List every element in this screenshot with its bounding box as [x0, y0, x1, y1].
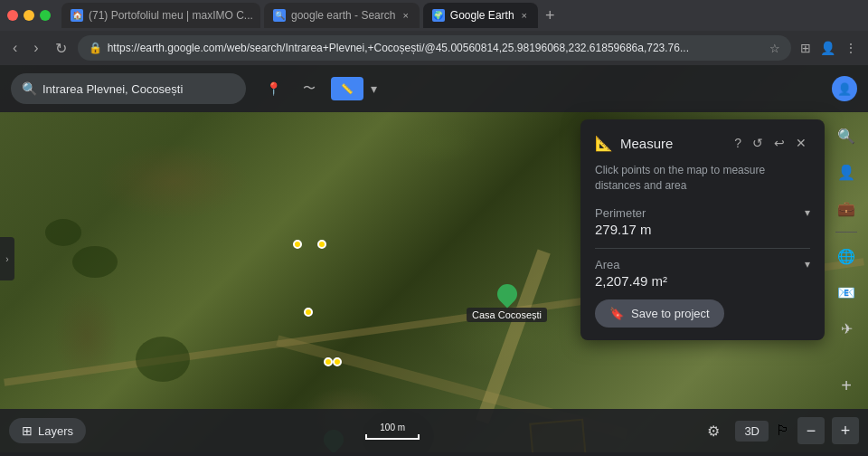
lock-icon: 🔒 — [89, 42, 102, 54]
earth-search-bar[interactable]: 🔍 Intrarea Plevnei, Cocosești — [11, 73, 246, 104]
measure-divider — [595, 248, 810, 249]
sidebar-divider-1 — [835, 232, 857, 233]
avatar-icon: 👤 — [837, 82, 852, 96]
scale-label: 100 m — [380, 423, 405, 432]
close-window-btn[interactable] — [7, 10, 18, 21]
measure-point-1[interactable] — [293, 240, 302, 249]
earth-bottombar: ⊞ Layers 100 m ⚙ 3D 🏳 − + — [0, 409, 868, 452]
window-controls — [7, 10, 51, 21]
minimize-window-btn[interactable] — [24, 10, 34, 21]
address-bar: ‹ › ↻ 🔒 https://earth.google.com/web/sea… — [0, 31, 868, 65]
tree-shadow-2 — [72, 246, 118, 278]
tab-close-portofoliu[interactable]: × — [259, 8, 260, 23]
measure-panel-title: Measure — [620, 136, 723, 151]
measure-area-value: 2,207.49 m² — [595, 273, 810, 289]
measure-perimeter-field: Perimeter ▾ 279.17 m — [595, 206, 810, 237]
tab-portofoliu[interactable]: 🏠 (71) Portofoliul meu | maxIMO C... × — [61, 3, 260, 28]
tab-favicon-portofoliu: 🏠 — [71, 9, 83, 22]
sidebar-add-button[interactable]: + — [830, 369, 863, 402]
search-icon: 🔍 — [22, 81, 37, 96]
forward-button[interactable]: › — [28, 36, 43, 60]
earth-right-sidebar: 🔍 👤 💼 🌐 📧 ✈ + — [825, 112, 868, 409]
tab-label-earth: Google Earth — [450, 9, 514, 22]
earth-topbar: 🔍 Intrarea Plevnei, Cocosești 📍 〜 📏 ▾ 👤 — [0, 65, 868, 112]
scale-bar-container: 100 m — [95, 423, 690, 440]
save-icon: 🔖 — [609, 307, 624, 320]
user-avatar[interactable]: 👤 — [832, 76, 857, 101]
tab-label-search: google earth - Search — [291, 9, 395, 22]
tree-shadow-4 — [136, 337, 190, 382]
measure-path-icon[interactable]: 〜 — [295, 74, 324, 103]
tab-close-earth[interactable]: × — [520, 8, 529, 23]
profile-icon[interactable]: 👤 — [816, 37, 839, 59]
measure-panel: 📐 Measure ? ↺ ↩ ✕ Click points on the ma… — [580, 119, 825, 340]
earth-toolbar: 📍 〜 📏 ▾ — [259, 74, 377, 103]
zoom-out-button[interactable]: − — [797, 417, 825, 444]
tab-close-search[interactable]: × — [401, 8, 410, 23]
save-label: Save to project — [631, 307, 710, 320]
marker-icon-casa — [493, 280, 521, 308]
bookmark-icon[interactable]: ☆ — [769, 42, 780, 55]
measure-perimeter-header[interactable]: Perimeter ▾ — [595, 206, 810, 220]
reload-button[interactable]: ↻ — [50, 36, 72, 61]
left-panel-expand-button[interactable]: › — [0, 237, 14, 280]
sidebar-paper-plane-icon[interactable]: ✈ — [830, 312, 863, 345]
place-marker-casa[interactable]: Casa Cocosești — [467, 284, 547, 322]
ruler-icon[interactable]: 📏 — [331, 77, 363, 100]
maximize-window-btn[interactable] — [40, 10, 51, 21]
measure-area-label: Area — [595, 258, 619, 271]
location-pin-icon[interactable]: 📍 — [259, 74, 288, 103]
measure-close-button[interactable]: ✕ — [792, 132, 810, 154]
url-bar[interactable]: 🔒 https://earth.google.com/web/search/In… — [78, 35, 791, 61]
sidebar-briefcase-icon[interactable]: 💼 — [830, 192, 863, 224]
sidebar-search-icon[interactable]: 🔍 — [830, 119, 863, 152]
url-text: https://earth.google.com/web/search/Intr… — [108, 42, 764, 54]
extensions-icon[interactable]: ⊞ — [797, 37, 815, 59]
back-button[interactable]: ‹ — [7, 36, 23, 60]
measure-point-4[interactable] — [333, 357, 342, 366]
sidebar-outlook-icon[interactable]: 📧 — [830, 276, 863, 309]
measure-point-mid[interactable] — [304, 308, 313, 317]
sidebar-user-icon[interactable]: 👤 — [830, 156, 863, 188]
flag-icon: 🏳 — [776, 423, 790, 439]
layers-button[interactable]: ⊞ Layers — [9, 418, 86, 443]
compass-icon[interactable]: ⚙ — [699, 416, 728, 445]
measure-point-3[interactable] — [324, 357, 333, 366]
url-icons: ☆ — [769, 42, 780, 55]
measure-description: Click points on the map to measure dista… — [595, 163, 810, 194]
measure-panel-header: 📐 Measure ? ↺ ↩ ✕ — [595, 132, 810, 154]
measure-perimeter-label: Perimeter — [595, 206, 646, 220]
sidebar-globe-icon[interactable]: 🌐 — [830, 240, 863, 272]
earth-app: 🔍 Intrarea Plevnei, Cocosești 📍 〜 📏 ▾ 👤 … — [0, 65, 868, 452]
scale-line — [365, 434, 420, 440]
tab-search[interactable]: 🔍 google earth - Search × — [264, 3, 420, 28]
search-text: Intrarea Plevnei, Cocosești — [42, 82, 235, 96]
tab-favicon-earth: 🌍 — [432, 9, 445, 22]
new-tab-button[interactable]: + — [542, 6, 559, 25]
more-options-icon[interactable]: ⋮ — [841, 37, 861, 59]
save-to-project-button[interactable]: 🔖 Save to project — [595, 299, 724, 328]
measure-undo-button[interactable]: ↩ — [770, 132, 788, 154]
measure-panel-icon: 📐 — [595, 135, 613, 152]
measure-help-button[interactable]: ? — [731, 132, 745, 154]
scale-bar: 100 m — [365, 423, 420, 440]
tab-favicon-search: 🔍 — [273, 9, 286, 22]
measure-refresh-button[interactable]: ↺ — [749, 132, 767, 154]
measure-point-2[interactable] — [317, 240, 326, 249]
layers-label: Layers — [38, 424, 73, 438]
tab-earth[interactable]: 🌍 Google Earth × — [423, 3, 538, 28]
measure-panel-actions: ? ↺ ↩ ✕ — [731, 132, 810, 154]
layers-icon: ⊞ — [22, 423, 33, 438]
marker-label-casa: Casa Cocosești — [467, 308, 547, 322]
measure-perimeter-value: 279.17 m — [595, 222, 810, 237]
area-dropdown-icon: ▾ — [805, 258, 810, 271]
tree-shadow-1 — [45, 219, 81, 246]
3d-view-button[interactable]: 3D — [735, 421, 769, 442]
measure-area-header[interactable]: Area ▾ — [595, 258, 810, 271]
toolbar-dropdown-icon[interactable]: ▾ — [371, 81, 377, 96]
bottom-right-controls: ⚙ 3D 🏳 − + — [699, 416, 859, 445]
measure-area-field: Area ▾ 2,207.49 m² — [595, 258, 810, 289]
tab-bar: 🏠 (71) Portofoliul meu | maxIMO C... × 🔍… — [0, 0, 868, 31]
browser-toolbar: ⊞ 👤 ⋮ — [797, 37, 861, 59]
zoom-in-button[interactable]: + — [832, 417, 859, 444]
